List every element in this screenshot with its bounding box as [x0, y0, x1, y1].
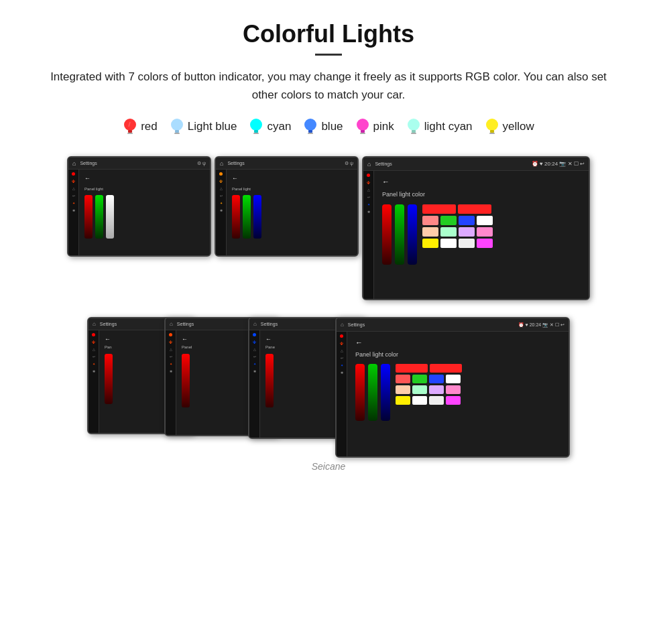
color-item-lightcyan: light cyan [406, 117, 473, 136]
screen-inner-3: ⌂ Settings ⏰ ♥ 20:24 📷 ✕ ☐ ↩ ⏻ △ ↩ ✦ ✱ ← [363, 157, 589, 299]
color-item-red: red [123, 117, 158, 136]
color-cell[interactable] [477, 216, 493, 225]
slider [182, 354, 190, 407]
sidebar-icon: ⏻ [169, 340, 172, 344]
home-icon: ⌂ [253, 321, 257, 327]
slider [105, 354, 113, 404]
sidebar-icon: ✦ [72, 201, 75, 205]
color-cell[interactable] [429, 385, 444, 394]
screen-bot-4: ⌂ Settings ⏰ ♥ 20:24 📷 ✕ ☐ ↩ ⏻ △ ↩ ✦ ✱ [335, 317, 570, 458]
color-cell[interactable] [412, 375, 427, 383]
color-cell[interactable] [396, 375, 410, 383]
sidebar-icon: △ [170, 347, 172, 351]
slider-g [368, 364, 377, 421]
home-icon: ⌂ [341, 322, 344, 328]
color-cell[interactable] [422, 216, 438, 225]
watermark-text: Seicane [312, 461, 346, 472]
blue-bulb-icon [303, 117, 318, 136]
color-cell[interactable] [412, 385, 427, 394]
color-cell[interactable] [396, 396, 410, 405]
page-wrapper: Colorful Lights Integrated with 7 colors… [0, 0, 657, 492]
topbar-title: Settings [348, 322, 365, 327]
color-cell[interactable] [422, 204, 456, 214]
svg-rect-11 [308, 130, 312, 133]
title-section: Colorful Lights Integrated with 7 colors… [27, 20, 630, 104]
color-cell[interactable] [412, 396, 427, 405]
color-item-yellow: yellow [485, 117, 534, 136]
panel-label-2: Panel light [232, 187, 352, 191]
sidebar-icon: ↩ [170, 355, 172, 359]
content-2: ← Panel light [227, 170, 357, 255]
color-cell[interactable] [430, 364, 462, 373]
color-cell[interactable] [429, 375, 444, 383]
red-slider-1 [84, 195, 93, 239]
svg-rect-20 [490, 130, 494, 133]
svg-rect-9 [253, 133, 259, 134]
lightblue-bulb-icon [170, 117, 184, 136]
color-cell[interactable] [446, 385, 461, 394]
sidebar-icon: ↩ [341, 356, 343, 360]
color-cell[interactable] [396, 385, 410, 394]
color-cell[interactable] [477, 239, 493, 248]
color-label-lightcyan: light cyan [424, 120, 473, 133]
green-slider-2 [243, 195, 251, 239]
color-cell[interactable] [459, 239, 475, 248]
color-cell[interactable] [422, 227, 438, 237]
sidebar-dot [169, 333, 172, 336]
color-list: red Light blue cyan [27, 117, 630, 136]
title-divider [315, 54, 342, 56]
screen-top-3: ⌂ Settings ⏰ ♥ 20:24 📷 ✕ ☐ ↩ ⏻ △ ↩ ✦ ✱ ← [362, 156, 590, 300]
svg-point-0 [124, 119, 136, 131]
home-icon-3: ⌂ [367, 161, 371, 168]
panel-label-1: Panel light [84, 187, 204, 191]
svg-point-19 [486, 119, 498, 131]
description-text: Integrated with 7 colors of button indic… [27, 68, 630, 104]
color-cell[interactable] [459, 227, 475, 237]
color-cell[interactable] [477, 227, 493, 237]
sidebar-icon: ↩ [93, 355, 95, 359]
color-cell[interactable] [446, 396, 461, 405]
sidebar-dot [92, 333, 95, 336]
svg-point-13 [357, 119, 369, 131]
sidebar-icon: ↩ [367, 195, 370, 199]
sidebar-icon: ✱ [220, 208, 223, 212]
color-item-lightblue: Light blue [170, 117, 237, 136]
color-cell[interactable] [458, 204, 491, 214]
screen-top-1: ⌂ Settings ⚙ ψ ⏻ △ ↩ ✦ ✱ ← Panel [67, 156, 211, 257]
color-cell[interactable] [396, 364, 428, 373]
color-label-pink: pink [373, 120, 394, 133]
color-label-yellow: yellow [503, 120, 534, 133]
back-arrow-3: ← [382, 178, 581, 186]
color-row-1 [422, 204, 493, 214]
color-item-cyan: cyan [249, 117, 291, 136]
color-cell[interactable] [459, 216, 475, 225]
color-label-red: red [141, 120, 158, 133]
color-cell[interactable] [440, 216, 457, 225]
green-slider-1 [95, 195, 103, 239]
sidebar-icon: △ [72, 186, 75, 190]
lightcyan-bulb-icon [406, 117, 421, 136]
color-cell[interactable] [440, 227, 457, 237]
yellow-bulb-icon [485, 117, 499, 136]
svg-rect-5 [175, 130, 179, 133]
home-icon-1: ⌂ [72, 160, 76, 167]
color-grid-b4 [396, 364, 462, 405]
screen-body-3: ⏻ △ ↩ ✦ ✱ ← Panel light color [363, 171, 589, 299]
svg-rect-15 [360, 133, 365, 134]
color-row-3 [422, 227, 493, 237]
sidebar-icon: ⏻ [219, 179, 223, 183]
sidebar-1: ⏻ △ ↩ ✦ ✱ [68, 170, 79, 255]
svg-rect-14 [361, 130, 365, 133]
color-cell[interactable] [440, 239, 457, 248]
home-icon-2: ⌂ [220, 160, 223, 167]
sidebar-dot [340, 334, 343, 338]
topbar-icons: ⏰ ♥ 20:24 📷 ✕ ☐ ↩ [518, 322, 564, 328]
svg-rect-12 [308, 133, 313, 134]
topbar-title-2: Settings [227, 161, 244, 166]
sidebar-icon: ✦ [170, 362, 172, 366]
color-cell[interactable] [429, 396, 444, 405]
sidebar-3: ⏻ △ ↩ ✦ ✱ [363, 171, 374, 299]
color-row-2 [422, 216, 493, 225]
color-cell[interactable] [422, 239, 438, 248]
color-cell[interactable] [446, 375, 461, 383]
